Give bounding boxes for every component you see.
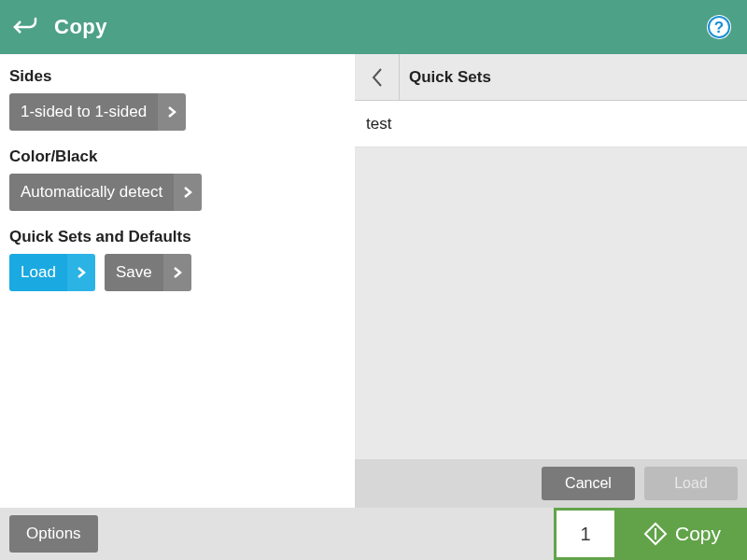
quicksets-list: test [355, 101, 747, 459]
cancel-button[interactable]: Cancel [542, 467, 635, 500]
save-label: Save [105, 254, 163, 291]
color-value: Automatically detect [9, 174, 174, 211]
main-content: Sides 1-sided to 1-sided Color/Black Aut… [0, 54, 747, 508]
quickset-item[interactable]: test [355, 101, 747, 147]
page-title: Copy [54, 15, 107, 39]
options-button[interactable]: Options [9, 515, 98, 553]
color-button[interactable]: Automatically detect [9, 174, 202, 211]
back-icon[interactable] [13, 16, 39, 38]
chevron-right-icon [67, 254, 95, 291]
sides-button[interactable]: 1-sided to 1-sided [9, 93, 186, 131]
chevron-right-icon [158, 93, 186, 131]
copy-label: Copy [675, 523, 721, 545]
sides-value: 1-sided to 1-sided [9, 93, 158, 131]
color-label: Color/Black [9, 147, 345, 166]
quicksets-footer: Cancel Load [355, 459, 747, 508]
load-button[interactable]: Load [9, 254, 95, 291]
copies-input[interactable]: 1 [554, 508, 617, 560]
sides-label: Sides [9, 67, 345, 86]
settings-panel: Sides 1-sided to 1-sided Color/Black Aut… [0, 54, 355, 508]
help-icon[interactable]: ? [706, 14, 732, 40]
footer-left: Options [0, 508, 554, 560]
quicksets-back-button[interactable] [355, 54, 400, 100]
svg-text:?: ? [714, 19, 724, 36]
copy-button[interactable]: Copy [617, 508, 747, 560]
quicksets-load-button: Load [644, 467, 738, 500]
chevron-right-icon [174, 174, 202, 211]
chevron-right-icon [163, 254, 191, 291]
quicksets-defaults-label: Quick Sets and Defaults [9, 228, 345, 246]
quicksets-header: Quick Sets [355, 54, 747, 101]
copy-diamond-icon [643, 522, 668, 546]
quicksets-title: Quick Sets [400, 54, 491, 100]
app-header: Copy ? [0, 0, 747, 54]
footer-bar: Options 1 Copy [0, 508, 747, 560]
save-button[interactable]: Save [105, 254, 191, 291]
load-label: Load [9, 254, 67, 291]
quicksets-panel: Quick Sets test Cancel Load [355, 54, 747, 508]
